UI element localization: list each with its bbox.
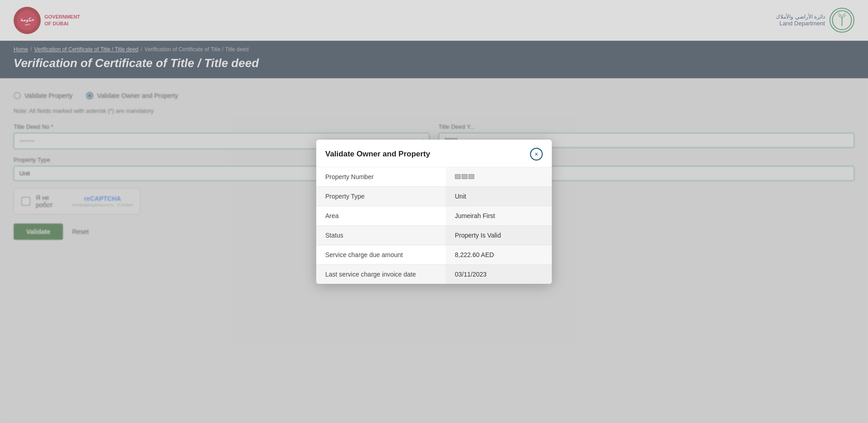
table-cell-label: Service charge due amount <box>316 245 446 264</box>
property-number-masked <box>455 174 474 179</box>
table-cell-value: 03/11/2023 <box>446 264 552 284</box>
table-cell-value: Jumeirah First <box>446 206 552 225</box>
modal-header: Validate Owner and Property × <box>316 140 552 167</box>
table-row: Property Number <box>316 167 552 187</box>
modal-dialog: Validate Owner and Property × Property N… <box>316 140 552 284</box>
modal-title: Validate Owner and Property <box>325 150 430 159</box>
table-cell-label: Area <box>316 206 446 225</box>
table-cell-label: Status <box>316 225 446 245</box>
modal-body: Property NumberProperty TypeUnitAreaJume… <box>316 167 552 284</box>
table-cell-value: 8,222.60 AED <box>446 245 552 264</box>
modal-overlay: Validate Owner and Property × Property N… <box>0 0 868 423</box>
table-cell-value <box>446 167 552 187</box>
table-row: AreaJumeirah First <box>316 206 552 225</box>
modal-close-button[interactable]: × <box>530 148 543 160</box>
modal-table: Property NumberProperty TypeUnitAreaJume… <box>316 167 552 284</box>
table-cell-value: Property Is Valid <box>446 225 552 245</box>
table-cell-value: Unit <box>446 186 552 206</box>
table-cell-label: Property Type <box>316 186 446 206</box>
table-cell-label: Last service charge invoice date <box>316 264 446 284</box>
table-row: Property TypeUnit <box>316 186 552 206</box>
table-cell-label: Property Number <box>316 167 446 187</box>
table-row: StatusProperty Is Valid <box>316 225 552 245</box>
table-row: Last service charge invoice date03/11/20… <box>316 264 552 284</box>
table-row: Service charge due amount8,222.60 AED <box>316 245 552 264</box>
